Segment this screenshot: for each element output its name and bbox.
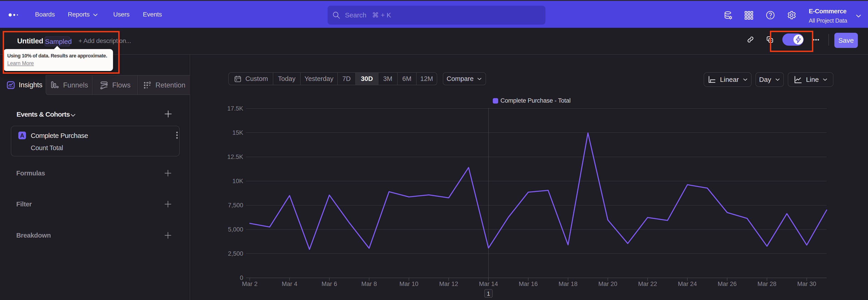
svg-text:Mar 30: Mar 30 bbox=[797, 280, 816, 287]
svg-text:17.5K: 17.5K bbox=[227, 105, 243, 112]
svg-text:15K: 15K bbox=[232, 129, 243, 136]
svg-text:Mar 22: Mar 22 bbox=[638, 280, 657, 287]
svg-text:Mar 4: Mar 4 bbox=[282, 280, 297, 287]
svg-text:Mar 2: Mar 2 bbox=[242, 280, 257, 287]
svg-text:Mar 10: Mar 10 bbox=[399, 280, 418, 287]
svg-text:Mar 14: Mar 14 bbox=[479, 280, 498, 287]
svg-text:5,000: 5,000 bbox=[228, 226, 243, 233]
svg-text:2,500: 2,500 bbox=[228, 250, 243, 257]
svg-text:Mar 26: Mar 26 bbox=[718, 280, 737, 287]
svg-text:Mar 28: Mar 28 bbox=[757, 280, 776, 287]
svg-text:10K: 10K bbox=[232, 178, 243, 184]
svg-text:Mar 6: Mar 6 bbox=[321, 280, 337, 287]
svg-text:Mar 16: Mar 16 bbox=[519, 280, 538, 287]
svg-text:Mar 20: Mar 20 bbox=[598, 280, 617, 287]
svg-text:0: 0 bbox=[240, 274, 243, 281]
svg-text:Mar 12: Mar 12 bbox=[439, 280, 458, 287]
svg-text:Mar 24: Mar 24 bbox=[678, 280, 697, 287]
svg-text:12.5K: 12.5K bbox=[227, 153, 243, 160]
svg-text:Mar 8: Mar 8 bbox=[361, 280, 377, 287]
svg-text:7,500: 7,500 bbox=[228, 202, 243, 209]
svg-text:Mar 18: Mar 18 bbox=[559, 280, 578, 287]
